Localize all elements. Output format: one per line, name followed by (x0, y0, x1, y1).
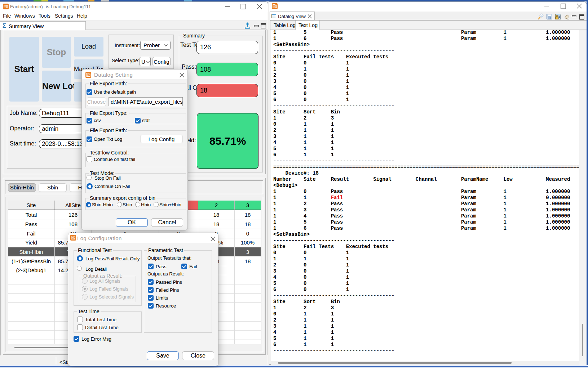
svg-text:?: ? (541, 14, 543, 17)
